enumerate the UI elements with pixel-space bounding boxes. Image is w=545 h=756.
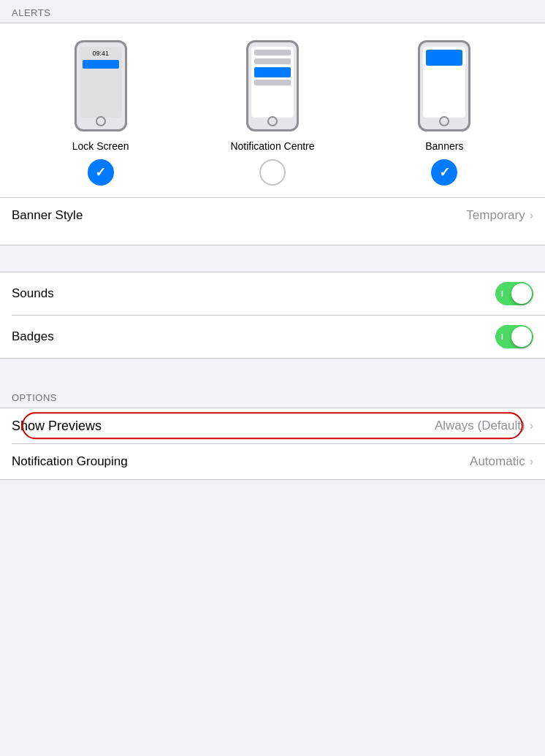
banner-style-value-text: Temporary <box>466 208 525 223</box>
banner-style-row[interactable]: Banner Style Temporary › <box>0 198 545 233</box>
nc-bar-3 <box>254 80 291 85</box>
options-section-header: OPTIONS <box>0 385 545 408</box>
notification-grouping-value-text: Automatic <box>470 454 525 469</box>
notification-grouping-row[interactable]: Notification Grouping Automatic › <box>0 444 545 479</box>
lock-screen-time: 09:41 <box>80 50 122 57</box>
lock-screen-label: Lock Screen <box>72 140 129 152</box>
badges-toggle[interactable]: I <box>495 325 533 348</box>
banner-style-chevron-icon: › <box>530 209 533 222</box>
nc-bar-2 <box>254 58 291 64</box>
checkmark-icon: ✓ <box>95 166 106 179</box>
banners-label: Banners <box>425 140 463 152</box>
sounds-row[interactable]: Sounds I <box>0 272 545 315</box>
alerts-section: 09:41 Lock Screen ✓ <box>0 23 545 245</box>
show-previews-chevron-icon: › <box>530 419 533 432</box>
nc-bar-1 <box>254 50 291 56</box>
show-previews-label: Show Previews <box>12 419 102 434</box>
notification-grouping-value: Automatic › <box>470 454 533 469</box>
sounds-badges-section: Sounds I Badges I <box>0 272 545 359</box>
notification-centre-check[interactable] <box>259 159 286 186</box>
options-section: Show Previews Always (Default) › Notific… <box>0 408 545 480</box>
show-previews-value: Always (Default) › <box>435 419 533 433</box>
badges-label: Badges <box>12 329 54 344</box>
banners-check[interactable]: ✓ <box>431 159 457 186</box>
banner-style-label: Banner Style <box>12 208 83 223</box>
alerts-section-header: ALERTS <box>0 0 545 23</box>
banner-bar-top <box>426 50 462 66</box>
spacer-1 <box>0 245 545 272</box>
banners-phone-icon <box>415 38 473 133</box>
toggle-on-label-badges: I <box>501 333 503 341</box>
toggle-knob-sounds <box>511 283 532 304</box>
lock-screen-phone-icon: 09:41 <box>72 38 130 133</box>
nc-bar-active <box>254 67 291 77</box>
notification-centre-phone-icon <box>243 38 302 133</box>
badges-row[interactable]: Badges I <box>0 316 545 358</box>
show-previews-value-text: Always (Default) <box>435 419 525 433</box>
phone-home-button <box>96 116 106 126</box>
phone-home-button-nc <box>267 116 278 126</box>
alert-option-banners[interactable]: Banners ✓ <box>359 38 530 186</box>
lock-screen-check[interactable]: ✓ <box>88 159 114 186</box>
show-previews-row[interactable]: Show Previews Always (Default) › <box>0 408 545 443</box>
phone-home-button-banners <box>439 116 449 126</box>
alert-options-row: 09:41 Lock Screen ✓ <box>0 38 545 186</box>
checkmark-icon-banners: ✓ <box>439 166 450 179</box>
toggle-knob-badges <box>511 327 532 347</box>
lock-screen-bar <box>83 60 119 69</box>
notification-grouping-chevron-icon: › <box>530 455 533 468</box>
sounds-toggle[interactable]: I <box>495 282 533 305</box>
alert-option-notification-centre[interactable]: Notification Centre <box>186 38 358 186</box>
notification-grouping-label: Notification Grouping <box>12 454 128 469</box>
spacer-2 <box>0 359 545 385</box>
sounds-label: Sounds <box>12 286 54 301</box>
banner-style-value: Temporary › <box>466 208 533 223</box>
alert-option-lock-screen[interactable]: 09:41 Lock Screen ✓ <box>15 38 186 186</box>
notification-centre-label: Notification Centre <box>230 140 314 152</box>
toggle-on-label: I <box>501 290 503 298</box>
